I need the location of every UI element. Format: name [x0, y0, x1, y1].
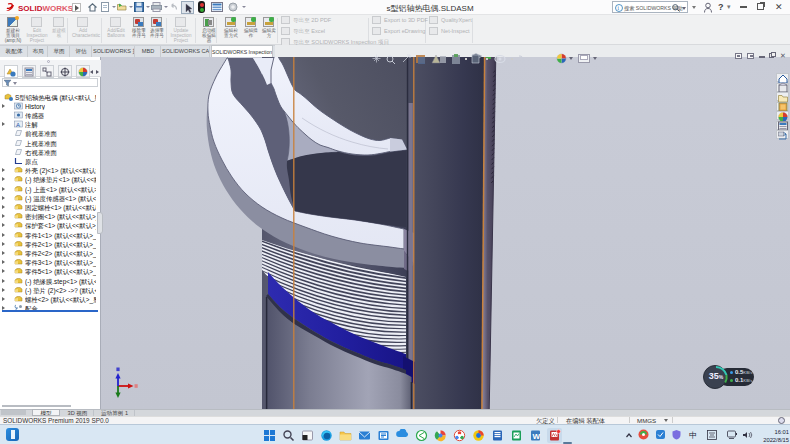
svg-text:W: W [532, 431, 540, 440]
svg-text:A: A [16, 122, 20, 128]
svg-text:i: i [618, 5, 620, 11]
